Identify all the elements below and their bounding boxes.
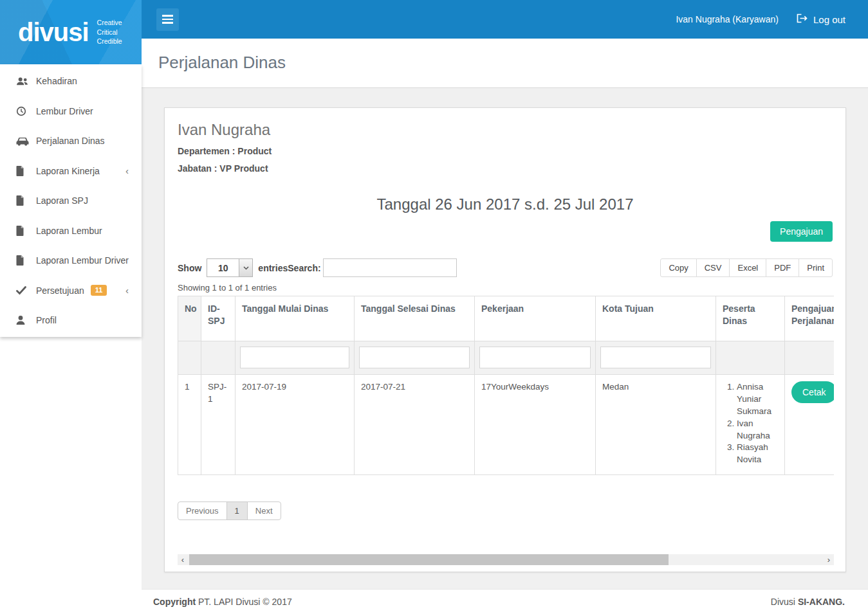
users-icon bbox=[16, 77, 30, 86]
excel-button[interactable]: Excel bbox=[729, 258, 766, 277]
sidebar-item-persetujuan[interactable]: Persetujuan 11 ‹ bbox=[0, 276, 142, 306]
datatable-controls: Show 10 entries Search: Copy CSV Excel bbox=[178, 258, 833, 278]
clock-icon bbox=[16, 106, 30, 116]
pengajuan-row: Pengajuan bbox=[178, 221, 833, 242]
sidebar-item-laporan-lembur-driver[interactable]: Laporan Lembur Driver bbox=[0, 246, 142, 276]
file-icon bbox=[16, 255, 30, 266]
page-length-value: 10 bbox=[207, 259, 239, 276]
brand-logo[interactable]: divusi Creative Critical Credible bbox=[0, 0, 142, 64]
scroll-right-arrow-icon[interactable]: › bbox=[824, 554, 834, 565]
footer-brand-prefix: Divusi bbox=[771, 597, 798, 607]
column-header-tanggal-selesai[interactable]: Tanggal Selesai Dinas bbox=[355, 296, 475, 341]
search-label: Search: bbox=[288, 263, 320, 273]
sidebar-item-label: Lembur Driver bbox=[36, 106, 93, 116]
filter-pekerjaan-input[interactable] bbox=[479, 347, 591, 368]
show-label: Show bbox=[178, 263, 201, 273]
page-header: Perjalanan Dinas bbox=[142, 39, 868, 88]
perjalanan-dinas-table: No ID-SPJ Tanggal Mulai Dinas Tanggal Se… bbox=[178, 296, 834, 475]
column-header-peserta-dinas[interactable]: Peserta Dinas bbox=[716, 296, 785, 341]
peserta-item: Ivan Nugraha bbox=[737, 418, 778, 442]
column-header-id-spj[interactable]: ID-SPJ bbox=[201, 296, 235, 341]
file-icon bbox=[16, 166, 30, 176]
filter-tanggal-mulai-input[interactable] bbox=[240, 347, 349, 368]
next-page-button[interactable]: Next bbox=[247, 501, 281, 520]
brand-tagline-line: Creative bbox=[97, 19, 122, 26]
cell-tanggal-selesai: 2017-07-21 bbox=[355, 375, 475, 475]
perjalanan-dinas-card: Ivan Nugraha Departemen : Product Jabata… bbox=[164, 107, 846, 572]
previous-page-button[interactable]: Previous bbox=[178, 501, 227, 520]
search-input[interactable] bbox=[323, 258, 457, 277]
sidebar-item-perjalanan-dinas[interactable]: Perjalanan Dinas bbox=[0, 126, 142, 156]
employee-position: Jabatan : VP Product bbox=[178, 163, 833, 174]
sidebar-item-label: Kehadiran bbox=[36, 76, 77, 86]
filter-cell-empty bbox=[201, 341, 235, 375]
sidebar-item-laporan-lembur[interactable]: Laporan Lembur bbox=[0, 216, 142, 246]
export-button-group: Copy CSV Excel PDF Print bbox=[660, 258, 833, 277]
peserta-item: Annisa Yuniar Sukmara bbox=[737, 381, 778, 418]
print-button[interactable]: Print bbox=[799, 258, 833, 277]
column-header-pengajuan[interactable]: Pengajuan Perjalanan Dinas bbox=[785, 296, 835, 341]
entries-label: entries bbox=[258, 263, 288, 273]
sidebar-item-label: Persetujuan bbox=[36, 285, 84, 296]
footer: Copyright PT. LAPI Divusi © 2017 Divusi … bbox=[142, 589, 868, 614]
filter-cell-empty bbox=[716, 341, 785, 375]
copy-button[interactable]: Copy bbox=[660, 258, 696, 277]
filter-kota-tujuan-input[interactable] bbox=[600, 347, 711, 368]
sidebar-item-profil[interactable]: Profil bbox=[0, 305, 142, 336]
footer-copyright-rest: PT. LAPI Divusi © 2017 bbox=[196, 597, 292, 607]
footer-copyright: Copyright PT. LAPI Divusi © 2017 bbox=[153, 597, 292, 607]
page-length-select[interactable]: 10 bbox=[207, 258, 253, 277]
filter-cell-empty bbox=[178, 341, 201, 375]
sidebar-item-kehadiran[interactable]: Kehadiran bbox=[0, 66, 142, 96]
table-scroll-viewport: No ID-SPJ Tanggal Mulai Dinas Tanggal Se… bbox=[178, 296, 834, 475]
current-user-label[interactable]: Ivan Nugraha (Karyawan) bbox=[676, 14, 779, 24]
user-icon bbox=[16, 315, 30, 325]
hamburger-menu-button[interactable] bbox=[156, 8, 179, 31]
cell-tanggal-mulai: 2017-07-19 bbox=[235, 375, 355, 475]
cetak-button[interactable]: Cetak bbox=[791, 381, 834, 403]
pengajuan-button[interactable]: Pengajuan bbox=[770, 221, 833, 242]
page-title: Perjalanan Dinas bbox=[158, 53, 868, 73]
sidebar: divusi Creative Critical Credible Kehadi… bbox=[0, 0, 142, 614]
table-row: 1 SPJ-1 2017-07-19 2017-07-21 17YourWeek… bbox=[178, 375, 835, 475]
scroll-left-arrow-icon[interactable]: ‹ bbox=[178, 554, 188, 565]
sidebar-item-label: Laporan Lembur Driver bbox=[36, 255, 129, 266]
csv-button[interactable]: CSV bbox=[696, 258, 730, 277]
sidebar-item-label: Laporan Kinerja bbox=[36, 166, 100, 176]
cell-kota-tujuan: Medan bbox=[596, 375, 716, 475]
filter-tanggal-selesai-input[interactable] bbox=[359, 347, 470, 368]
logout-button[interactable]: Log out bbox=[797, 14, 845, 25]
sidebar-item-laporan-kinerja[interactable]: Laporan Kinerja ‹ bbox=[0, 156, 142, 186]
pdf-button[interactable]: PDF bbox=[766, 258, 799, 277]
sidebar-item-laporan-spj[interactable]: Laporan SPJ bbox=[0, 186, 142, 216]
page-number-button[interactable]: 1 bbox=[226, 501, 248, 520]
app-root: { "brand": { "name": "divusi", "tagline_… bbox=[0, 0, 868, 614]
column-header-tanggal-mulai[interactable]: Tanggal Mulai Dinas bbox=[235, 296, 355, 341]
chevron-left-icon: ‹ bbox=[125, 165, 129, 176]
scrollbar-thumb[interactable] bbox=[189, 554, 669, 565]
column-header-pekerjaan[interactable]: Pekerjaan bbox=[475, 296, 596, 341]
car-icon bbox=[16, 136, 30, 146]
sidebar-item-lembur-driver[interactable]: Lembur Driver bbox=[0, 96, 142, 127]
sign-out-icon bbox=[797, 14, 808, 25]
cell-pengajuan-action: Cetak bbox=[785, 375, 835, 475]
horizontal-scrollbar[interactable]: ‹ › bbox=[178, 554, 834, 565]
column-header-kota-tujuan[interactable]: Kota Tujuan bbox=[596, 296, 716, 341]
notification-badge: 11 bbox=[91, 285, 107, 296]
check-icon bbox=[16, 286, 30, 295]
brand-tagline: Creative Critical Credible bbox=[97, 18, 122, 46]
cell-peserta-dinas: Annisa Yuniar Sukmara Ivan Nugraha Riasy… bbox=[716, 375, 785, 475]
chevron-left-icon: ‹ bbox=[125, 285, 129, 296]
peserta-dinas-list: Annisa Yuniar Sukmara Ivan Nugraha Riasy… bbox=[724, 381, 778, 466]
cell-no: 1 bbox=[178, 375, 201, 475]
sidebar-item-label: Perjalanan Dinas bbox=[36, 136, 105, 146]
file-icon bbox=[16, 226, 30, 236]
footer-brand-bold: SI-AKANG. bbox=[798, 597, 845, 607]
navbar-right: Ivan Nugraha (Karyawan) Log out bbox=[676, 14, 845, 25]
sidebar-item-label: Laporan SPJ bbox=[36, 195, 88, 206]
footer-copyright-bold: Copyright bbox=[153, 597, 196, 607]
peserta-item: Riasyah Novita bbox=[737, 442, 778, 466]
filter-cell-empty bbox=[785, 341, 835, 375]
table-header-row: No ID-SPJ Tanggal Mulai Dinas Tanggal Se… bbox=[178, 296, 835, 341]
column-header-no[interactable]: No bbox=[178, 296, 201, 341]
